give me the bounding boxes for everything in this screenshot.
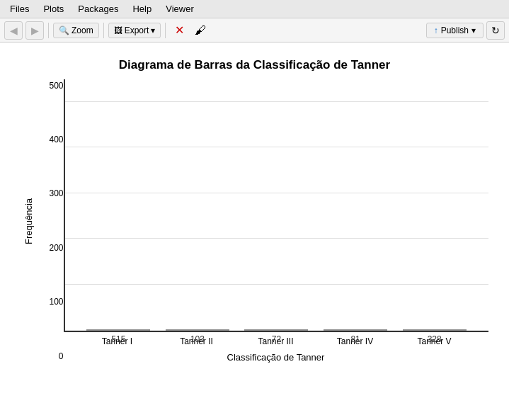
bar-group-2: 72 — [244, 329, 308, 331]
y-tick-300: 300 — [49, 188, 63, 198]
bar-4: 328 — [403, 329, 467, 331]
y-tick-200: 200 — [49, 243, 63, 253]
menu-plots[interactable]: Plots — [38, 2, 69, 16]
y-axis-label: Frequência — [21, 79, 35, 363]
chart-body: Frequência 0 100 200 300 400 500 — [21, 79, 488, 363]
zoom-label: Zoom — [72, 25, 93, 35]
bar-value-label-0: 515 — [87, 334, 149, 344]
menu-help[interactable]: Help — [127, 2, 157, 16]
chart-title: Diagrama de Barras da Classificação de T… — [21, 58, 488, 72]
export-button[interactable]: 🖼 Export ▾ — [108, 23, 161, 38]
publish-label: Publish — [441, 25, 469, 35]
bar-2: 72 — [244, 329, 308, 331]
bar-group-1: 103 — [166, 329, 229, 331]
nav-next-button[interactable]: ▶ — [25, 21, 44, 40]
separator-3 — [165, 23, 166, 38]
menu-packages[interactable]: Packages — [72, 2, 124, 16]
bar-1: 103 — [166, 329, 229, 331]
export-icon: 🖼 — [114, 25, 122, 35]
toolbar: ◀ ▶ 🔍 Zoom 🖼 Export ▾ ✕ 🖌 ↑ Publish ▾ ↻ — [0, 18, 509, 42]
zoom-icon: 🔍 — [59, 25, 69, 35]
y-tick-500: 500 — [49, 81, 63, 91]
bar-3: 81 — [324, 329, 387, 331]
zoom-button[interactable]: 🔍 Zoom — [53, 23, 99, 38]
bar-group-3: 81 — [324, 329, 387, 331]
plot-area: Diagrama de Barras da Classificação de T… — [0, 42, 509, 420]
menu-viewer[interactable]: Viewer — [160, 2, 200, 16]
nav-prev-button[interactable]: ◀ — [4, 21, 23, 40]
publish-arrow-icon: ▾ — [471, 25, 476, 35]
export-label: Export — [125, 25, 149, 35]
chart-inner: 5151037281328 Tanner ITanner IITanner II… — [64, 79, 488, 363]
y-tick-400: 400 — [49, 135, 63, 144]
chart-plot: 5151037281328 — [64, 79, 488, 332]
refresh-button[interactable]: ↻ — [486, 21, 505, 40]
clear-button[interactable]: ✕ — [170, 21, 188, 40]
menubar: Files Plots Packages Help Viewer — [0, 0, 509, 18]
y-tick-0: 0 — [59, 351, 64, 361]
x-axis-label: Classificação de Tanner — [64, 352, 488, 363]
export-arrow-icon: ▾ — [151, 25, 155, 35]
menu-files[interactable]: Files — [4, 2, 35, 16]
bar-group-4: 328 — [403, 329, 467, 331]
bar-value-label-2: 72 — [245, 334, 307, 344]
bar-0: 515 — [86, 329, 150, 331]
y-tick-labels: 0 100 200 300 400 500 — [38, 79, 64, 363]
broom-button[interactable]: 🖌 — [191, 21, 210, 40]
chart-container: Diagrama de Barras da Classificação de T… — [21, 58, 488, 405]
y-tick-100: 100 — [49, 297, 63, 307]
bars-area: 5151037281328 — [65, 79, 488, 331]
bar-value-label-3: 81 — [324, 334, 387, 344]
bar-value-label-4: 328 — [404, 334, 466, 344]
publish-icon: ↑ — [434, 25, 438, 35]
separator-1 — [48, 23, 49, 38]
separator-2 — [103, 23, 104, 38]
bar-value-label-1: 103 — [166, 334, 229, 344]
publish-button[interactable]: ↑ Publish ▾ — [426, 23, 484, 38]
bar-group-0: 515 — [86, 329, 150, 331]
